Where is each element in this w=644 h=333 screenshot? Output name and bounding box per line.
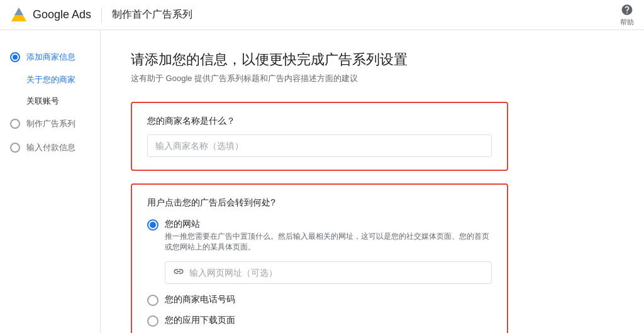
option-app-label: 您的应用下载页面 <box>165 315 235 326</box>
link-icon <box>173 266 184 280</box>
header-logo: Google Ads <box>10 6 91 24</box>
sidebar-radio-3 <box>10 143 20 153</box>
option-phone[interactable]: 您的商家电话号码 <box>147 294 492 306</box>
header-divider <box>101 8 102 23</box>
header: Google Ads 制作首个广告系列 帮助 <box>0 0 644 30</box>
sidebar-sub-item-about-merchant[interactable]: 关于您的商家 <box>0 69 100 90</box>
sidebar: 添加商家信息 关于您的商家 关联账号 制作广告系列 输入付款信息 <box>0 30 101 333</box>
header-brand-name: Google Ads <box>33 8 91 21</box>
radio-app[interactable] <box>147 315 158 327</box>
business-name-label: 您的商家名称是什么？ <box>147 116 492 127</box>
option-website-content: 您的网站 推一推您需要在广告中置顶什么。然后输入最相关的网址，这可以是您的社交媒… <box>165 219 492 253</box>
url-input-wrapper <box>165 261 492 284</box>
option-website[interactable]: 您的网站 推一推您需要在广告中置顶什么。然后输入最相关的网址，这可以是您的社交媒… <box>147 219 492 253</box>
header-title: 制作首个广告系列 <box>112 8 192 21</box>
option-phone-label: 您的商家电话号码 <box>165 294 235 305</box>
sidebar-label-1: 添加商家信息 <box>26 52 75 63</box>
radio-website[interactable] <box>147 219 158 231</box>
url-input[interactable] <box>189 268 484 278</box>
sidebar-label-3: 输入付款信息 <box>26 142 75 153</box>
page-subheading: 这有助于 Google 提供广告系列标题和广告内容描述方面的建议 <box>131 73 614 84</box>
help-button[interactable]: 帮助 <box>620 3 634 26</box>
destination-title: 用户点击您的广告后会转到何处? <box>147 197 492 209</box>
radio-phone[interactable] <box>147 295 158 306</box>
business-name-card: 您的商家名称是什么？ <box>131 102 508 171</box>
page-layout: 添加商家信息 关于您的商家 关联账号 制作广告系列 输入付款信息 请添加您的信息… <box>0 30 644 333</box>
destination-card: 用户点击您的广告后会转到何处? 您的网站 推一推您需要在广告中置顶什么。然后输入… <box>131 183 508 333</box>
sidebar-item-merchant-info[interactable]: 添加商家信息 <box>0 45 100 69</box>
sidebar-item-create-campaign[interactable]: 制作广告系列 <box>0 112 100 136</box>
option-website-label: 您的网站 <box>165 219 492 230</box>
page-heading: 请添加您的信息，以便更快完成广告系列设置 <box>131 50 614 69</box>
google-ads-logo-icon <box>10 6 28 24</box>
option-website-desc: 推一推您需要在广告中置顶什么。然后输入最相关的网址，这可以是您的社交媒体页面、您… <box>165 231 492 253</box>
sidebar-sub-item-link-account[interactable]: 关联账号 <box>0 90 100 112</box>
option-app[interactable]: 您的应用下载页面 <box>147 315 492 327</box>
sidebar-radio-2 <box>10 119 20 129</box>
svg-marker-1 <box>14 8 23 15</box>
sidebar-label-2: 制作广告系列 <box>26 118 75 129</box>
help-label: 帮助 <box>620 17 634 26</box>
sidebar-item-billing[interactable]: 输入付款信息 <box>0 136 100 160</box>
sidebar-radio-1 <box>10 52 20 62</box>
business-name-input[interactable] <box>147 134 492 157</box>
main-content: 请添加您的信息，以便更快完成广告系列设置 这有助于 Google 提供广告系列标… <box>101 30 644 333</box>
help-icon <box>621 3 633 16</box>
